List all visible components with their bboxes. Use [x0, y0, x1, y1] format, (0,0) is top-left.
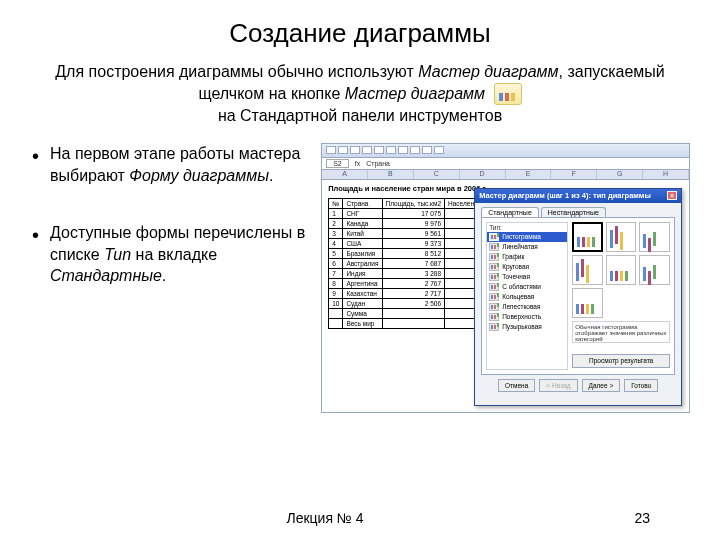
col-header: E — [506, 170, 552, 179]
col-header: G — [597, 170, 643, 179]
name-box: S2 — [326, 159, 349, 168]
page-number: 23 — [634, 510, 650, 526]
subtype-description: Обычная гистограмма отображает значения … — [572, 321, 670, 343]
chart-type-item[interactable]: Гистограмма — [487, 232, 567, 242]
cell: 1 — [329, 208, 343, 218]
chart-type-item[interactable]: Круговая — [487, 262, 567, 272]
tab-standard[interactable]: Стандартные — [481, 207, 539, 217]
col-header: F — [551, 170, 597, 179]
cell — [382, 318, 445, 328]
formula-content: Страна — [366, 160, 390, 167]
chart-type-item[interactable]: Пузырьковая — [487, 322, 567, 332]
chart-type-icon — [489, 313, 499, 321]
chart-type-label: Лепестковая — [502, 303, 540, 310]
cell: 6 — [329, 258, 343, 268]
cell: 7 687 — [382, 258, 445, 268]
bullet-item: Доступные формы перечислены в списке Тип… — [30, 222, 309, 287]
chart-type-label: График — [502, 253, 524, 260]
chart-subtype[interactable] — [606, 222, 637, 252]
slide-footer: Лекция № 4 23 — [0, 510, 720, 526]
chart-type-item[interactable]: График — [487, 252, 567, 262]
col-header: B — [368, 170, 414, 179]
cell: Австралия — [343, 258, 382, 268]
chart-wizard-dialog: Мастер диаграмм (шаг 1 из 4): тип диагра… — [474, 188, 682, 406]
chart-type-list[interactable]: Тип: ГистограммаЛинейчатаяГрафикКруговая… — [486, 222, 568, 370]
chart-wizard-icon — [494, 83, 522, 105]
chart-subtype[interactable] — [639, 222, 670, 252]
chart-type-label: Гистограмма — [502, 233, 541, 240]
cell — [382, 308, 445, 318]
chart-type-icon — [489, 243, 499, 251]
cell: 9 373 — [382, 238, 445, 248]
th: Площадь, тыс.км2 — [382, 198, 445, 208]
col-header: D — [460, 170, 506, 179]
cell: 7 — [329, 268, 343, 278]
chart-type-icon — [489, 323, 499, 331]
cancel-button[interactable]: Отмена — [498, 379, 535, 392]
chart-subtype[interactable] — [572, 222, 603, 252]
sheet-title: Площадь и население стран мира в 2006 г. — [328, 184, 487, 193]
cell: 2 717 — [382, 288, 445, 298]
cell: 17 075 — [382, 208, 445, 218]
cell — [329, 318, 343, 328]
chart-subtype[interactable] — [572, 255, 603, 285]
excel-screenshot: S2 fx Страна A B C D E F G H Площадь и н… — [321, 143, 690, 413]
cell: Судан — [343, 298, 382, 308]
chart-type-label: Круговая — [502, 263, 529, 270]
bullet-em: Стандартные — [50, 267, 162, 284]
chart-type-icon — [489, 303, 499, 311]
th: Страна — [343, 198, 382, 208]
chart-type-item[interactable]: С областями — [487, 282, 567, 292]
tab-custom[interactable]: Нестандартные — [541, 207, 606, 217]
chart-type-item[interactable]: Кольцевая — [487, 292, 567, 302]
close-icon[interactable]: × — [667, 191, 677, 200]
cell: 8 — [329, 278, 343, 288]
chart-type-icon — [489, 273, 499, 281]
chart-type-label: Точечная — [502, 273, 530, 280]
col-header: A — [322, 170, 368, 179]
intro-em1: Мастер диаграмм — [418, 63, 558, 80]
chart-type-icon — [489, 283, 499, 291]
bullet-text: на вкладке — [131, 246, 217, 263]
cell: Индия — [343, 268, 382, 278]
cell: 2 — [329, 218, 343, 228]
col-header: C — [414, 170, 460, 179]
finish-button[interactable]: Готово — [624, 379, 658, 392]
cell: Китай — [343, 228, 382, 238]
cell: 5 — [329, 248, 343, 258]
lecture-label: Лекция № 4 — [286, 510, 363, 526]
bullet-em: Форму диаграммы — [129, 167, 269, 184]
chart-type-item[interactable]: Поверхность — [487, 312, 567, 322]
bullet-list: На первом этапе работы мастера выбирают … — [30, 143, 309, 413]
cell: Бразилия — [343, 248, 382, 258]
chart-type-item[interactable]: Точечная — [487, 272, 567, 282]
bullet-text: . — [269, 167, 273, 184]
intro-text: Для построения диаграммы обычно использу… — [55, 63, 418, 80]
back-button[interactable]: < Назад — [539, 379, 577, 392]
cell — [329, 308, 343, 318]
chart-type-icon — [489, 293, 499, 301]
cell: 3 288 — [382, 268, 445, 278]
chart-subtype[interactable] — [606, 255, 637, 285]
cell: 9 561 — [382, 228, 445, 238]
cell: Канада — [343, 218, 382, 228]
chart-type-label: Кольцевая — [502, 293, 534, 300]
intro-paragraph: Для построения диаграммы обычно использу… — [40, 61, 680, 127]
cell: 9 — [329, 288, 343, 298]
th: № — [329, 198, 343, 208]
cell: 9 976 — [382, 218, 445, 228]
cell: 3 — [329, 228, 343, 238]
chart-type-item[interactable]: Лепестковая — [487, 302, 567, 312]
cell: 2 767 — [382, 278, 445, 288]
cell: Сумма — [343, 308, 382, 318]
chart-subtype[interactable] — [572, 288, 603, 318]
wizard-title: Мастер диаграмм (шаг 1 из 4): тип диагра… — [479, 191, 651, 200]
preview-result-button[interactable]: Просмотр результата — [572, 354, 670, 368]
chart-type-item[interactable]: Линейчатая — [487, 242, 567, 252]
next-button[interactable]: Далее > — [582, 379, 621, 392]
chart-type-icon — [489, 233, 499, 241]
cell: Аргентина — [343, 278, 382, 288]
chart-type-label: Пузырьковая — [502, 323, 542, 330]
cell: Весь мир — [343, 318, 382, 328]
chart-subtype[interactable] — [639, 255, 670, 285]
